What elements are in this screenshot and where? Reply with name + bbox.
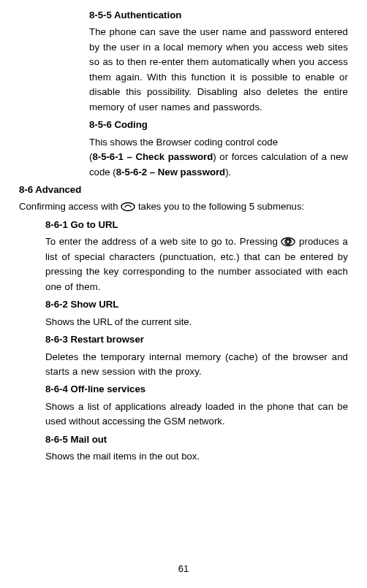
- heading-8-6: 8-6 Advanced: [19, 183, 348, 197]
- heading-8-6-4: 8-6-4 Off-line services: [45, 382, 348, 397]
- body-8-5-5: The phone can save the user name and pas…: [89, 25, 348, 115]
- body-8-6-3: Deletes the temporary internal memory (c…: [45, 350, 348, 380]
- text: Confirming access with: [19, 201, 121, 212]
- text: ).: [225, 167, 231, 177]
- text: To enter the address of a web site to go…: [45, 236, 281, 247]
- heading-8-5-6: 8-5-6 Coding: [89, 118, 348, 132]
- code-8-5-6-1: 8-5-6-1 – Check password: [92, 151, 213, 162]
- body-8-6-5: Shows the mail items in the out box.: [45, 449, 348, 464]
- svg-point-0: [121, 203, 135, 211]
- heading-8-6-2: 8-6-2 Show URL: [45, 297, 348, 312]
- text: This shows the Browser coding control co…: [89, 137, 278, 148]
- heading-8-5-5: 8-5-5 Authentication: [89, 8, 348, 23]
- body-8-5-6: This shows the Browser coding control co…: [89, 135, 348, 180]
- body-8-6-4: Shows a list of applications already loa…: [45, 400, 348, 429]
- code-8-5-6-2: 8-5-6-2 – New password: [116, 167, 226, 177]
- heading-8-6-3: 8-6-3 Restart browser: [45, 332, 348, 347]
- confirm-key-icon: [121, 202, 135, 212]
- body-8-6: Confirming access with takes you to the …: [19, 199, 348, 214]
- body-8-6-2: Shows the URL of the current site.: [45, 315, 348, 329]
- at-key-icon: [281, 237, 295, 247]
- body-8-6-1: To enter the address of a web site to go…: [45, 234, 348, 294]
- heading-8-6-5: 8-6-5 Mail out: [45, 432, 348, 447]
- page-number: 61: [0, 562, 367, 576]
- heading-8-6-1: 8-6-1 Go to URL: [45, 218, 348, 232]
- text: takes you to the following 5 submenus:: [135, 201, 304, 212]
